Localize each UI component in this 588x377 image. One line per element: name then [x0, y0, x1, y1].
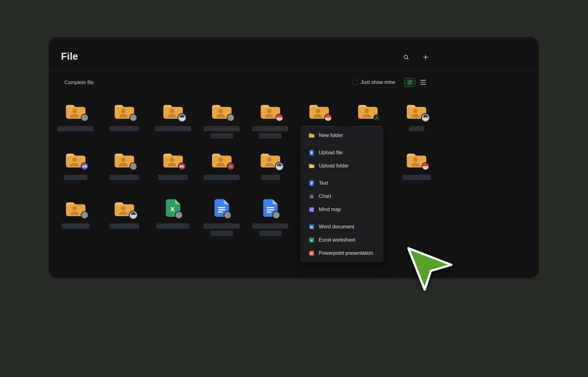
file-icon-wrap [260, 150, 281, 168]
file-name-placeholder [259, 231, 282, 236]
file-icon-wrap: 志程 [65, 150, 86, 168]
menu-item-label: Upload folder [319, 163, 349, 169]
file-item[interactable] [51, 191, 100, 240]
file-item[interactable] [197, 94, 246, 142]
menu-item-label: New folder [319, 133, 343, 138]
toolbar-right: Just show mine [353, 71, 426, 93]
file-item[interactable] [392, 94, 441, 142]
svg-text:W: W [310, 225, 313, 229]
file-icon-wrap [357, 101, 378, 119]
menu-item-label: Powerpoint presentation [319, 250, 373, 256]
menu-item-mind-map[interactable]: Mind map [301, 203, 383, 216]
file-item[interactable] [246, 191, 295, 240]
collaborator-avatar [325, 114, 331, 121]
grid-view-icon [407, 80, 412, 85]
file-item[interactable]: 提短 [149, 142, 197, 191]
plus-icon [422, 54, 429, 60]
menu-item-label: Word document [319, 224, 354, 230]
file-item[interactable] [392, 142, 441, 191]
menu-item-word[interactable]: WWord document [301, 220, 383, 233]
file-item[interactable]: X [149, 191, 197, 240]
menu-item-powerpoint[interactable]: PPowerpoint presentation [301, 247, 383, 260]
collaborator-avatar [130, 114, 137, 121]
file-item[interactable] [100, 142, 149, 191]
file-icon-wrap [211, 101, 232, 119]
file-item[interactable] [149, 94, 197, 142]
powerpoint-icon: P [308, 250, 315, 256]
menu-item-upload-folder[interactable]: Upload folder [301, 159, 383, 172]
file-manager-window: File Complete file Just show mine [49, 37, 539, 278]
svg-text:X: X [170, 205, 174, 213]
new-folder-icon [308, 132, 315, 139]
chart-icon [308, 193, 315, 199]
file-name-placeholder [409, 126, 424, 131]
collaborator-avatar [422, 163, 429, 170]
menu-item-excel[interactable]: xExcel worksheet [301, 233, 383, 247]
file-name-placeholder [156, 223, 189, 229]
collaborator-avatar [179, 114, 185, 121]
menu-item-label: Chart [319, 194, 331, 199]
menu-item-upload-file[interactable]: Upload file [301, 146, 383, 159]
list-view-icon [420, 80, 426, 85]
file-item[interactable] [51, 94, 100, 142]
menu-item-chart[interactable]: Chart [301, 190, 383, 203]
just-show-mine-label[interactable]: Just show mine [361, 79, 395, 85]
file-name-placeholder [402, 175, 431, 180]
file-icon-wrap [114, 199, 135, 217]
shared-indicator-icon [373, 114, 380, 121]
file-item[interactable] [246, 94, 295, 142]
file-item[interactable] [100, 191, 149, 240]
collaborator-avatar [130, 163, 137, 170]
search-icon [403, 54, 409, 60]
file-icon-wrap [65, 101, 86, 119]
collaborator-avatar [130, 212, 137, 218]
upload-folder-icon [308, 163, 315, 169]
cursor-arrow [407, 247, 454, 292]
file-name-placeholder [210, 231, 233, 236]
excel-icon: x [308, 237, 315, 243]
add-button[interactable] [420, 52, 431, 63]
file-icon-wrap [263, 199, 278, 217]
file-icon-wrap [65, 199, 86, 217]
file-name-placeholder [109, 126, 139, 131]
file-icon-wrap [114, 150, 135, 168]
file-name-placeholder [62, 223, 90, 229]
word-icon: W [308, 224, 315, 230]
list-view-button[interactable] [420, 80, 426, 85]
collaborator-avatar [276, 114, 283, 121]
file-name-placeholder [210, 133, 233, 139]
text-icon [308, 180, 315, 186]
empty-cell [392, 191, 441, 240]
just-show-mine-checkbox[interactable] [353, 80, 358, 85]
file-icon-wrap: 提短 [163, 150, 183, 168]
upload-file-icon [308, 150, 315, 156]
grid-view-button[interactable] [405, 78, 415, 87]
file-name-placeholder [204, 175, 240, 180]
mind-map-icon [308, 206, 315, 213]
file-icon-wrap [215, 199, 229, 217]
menu-item-label: Excel worksheet [319, 237, 356, 243]
svg-text:P: P [311, 252, 313, 255]
file-icon-wrap [309, 101, 329, 119]
menu-item-text[interactable]: Text [301, 177, 383, 190]
collaborator-avatar [227, 114, 234, 121]
file-item[interactable]: 志程 [51, 142, 100, 191]
menu-item-label: Mind map [319, 207, 341, 212]
collaborator-avatar: 志程 [81, 163, 88, 170]
file-name-placeholder [261, 175, 280, 180]
file-name-placeholder [204, 223, 240, 229]
file-item[interactable] [197, 191, 246, 240]
svg-text:x: x [311, 238, 313, 242]
file-name-placeholder [64, 175, 87, 180]
collaborator-avatar [273, 212, 280, 218]
file-icon-wrap [406, 150, 427, 168]
file-name-placeholder [155, 126, 191, 131]
file-item[interactable] [246, 142, 295, 191]
search-button[interactable] [400, 52, 412, 63]
collaborator-avatar [81, 212, 88, 218]
file-icon-wrap [260, 101, 281, 119]
menu-item-label: Upload file [319, 150, 343, 156]
file-item[interactable]: LI [197, 142, 246, 191]
menu-item-new-folder[interactable]: New folder [301, 129, 383, 142]
file-item[interactable] [100, 94, 149, 142]
